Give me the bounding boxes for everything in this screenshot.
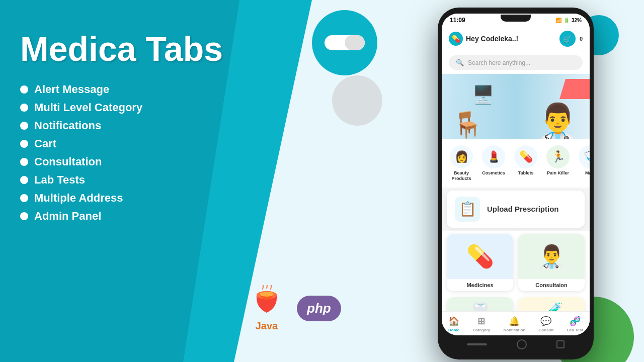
battery-level: 32% (572, 18, 582, 23)
phone-screen: 11:09 📶 🔋 32% 💊 Hey Codeleka..! 🛒 0 (442, 14, 590, 335)
cat-more[interactable]: 🩺 Ma... (576, 145, 590, 182)
service-cards: 💊 Medicines 👨‍⚕️ Consultaion (442, 231, 590, 294)
feature-item: Multiple Address (20, 192, 223, 205)
bullet-icon (20, 158, 28, 166)
categories-section: 👩 Beauty Products 💄 Cosmetics 💊 Tablets … (442, 139, 590, 188)
feature-list: Alert MessageMulti Level CategoryNotific… (20, 83, 223, 223)
nav-category[interactable]: ⊞ Category (473, 316, 491, 332)
upload-icon: 📋 (455, 197, 480, 222)
cart-button[interactable]: 🛒 (559, 31, 576, 47)
phone-outer: 11:09 📶 🔋 32% 💊 Hey Codeleka..! 🛒 0 (438, 8, 594, 359)
nav-lab-test[interactable]: 🧬 Lab Test (567, 316, 583, 332)
cart-icon: 🛒 (563, 35, 572, 43)
feature-item: Lab Tests (20, 173, 223, 187)
page-title: Medica Tabs (20, 30, 223, 68)
upload-text: Upload Prescription (487, 205, 559, 213)
service-consultation[interactable]: 👨‍⚕️ Consultaion (518, 234, 585, 291)
search-bar-section: 🔍 Search here anything... (442, 51, 590, 74)
status-icons: 📶 🔋 32% (555, 18, 582, 23)
bullet-icon (20, 176, 28, 184)
nav-home-indicator (517, 339, 527, 349)
search-input[interactable]: 🔍 Search here anything... (449, 55, 583, 70)
cart-count: 0 (580, 36, 583, 42)
banner-doctor-icon: 👨‍⚕️ (536, 104, 580, 139)
cat-cosmetics[interactable]: 💄 Cosmetics (479, 145, 508, 182)
app-logo-area: 💊 Hey Codeleka..! (449, 32, 518, 46)
bullet-icon (20, 104, 28, 112)
gray-circle-decoration (332, 75, 382, 126)
phone-system-nav (442, 335, 590, 353)
bullet-icon (20, 194, 28, 202)
app-header: 💊 Hey Codeleka..! 🛒 0 (442, 27, 590, 51)
cat-beauty-products[interactable]: 👩 Beauty Products (447, 145, 476, 182)
java-logo: Java (252, 285, 282, 332)
java-label: Java (256, 320, 278, 332)
service-medicines[interactable]: 💊 Medicines (447, 234, 513, 291)
nav-home[interactable]: 🏠 Home (448, 316, 459, 332)
search-placeholder: Search here anything... (468, 59, 530, 66)
feature-item: Multi Level Category (20, 101, 223, 114)
banner: 🪑 👨‍⚕️ 🖥️ (442, 74, 590, 139)
feature-item: Notifications (20, 119, 223, 132)
svg-rect-1 (345, 35, 365, 50)
cat-pain-killer[interactable]: 🏃 Pain Killer (543, 145, 573, 182)
tech-logos-section: Java php (252, 285, 341, 332)
nav-notification[interactable]: 🔔 Notification (503, 316, 525, 332)
left-panel: Medica Tabs Alert MessageMulti Level Cat… (20, 30, 223, 228)
bullet-icon (20, 212, 28, 220)
app-logo-icon: 💊 (449, 32, 463, 46)
bullet-icon (20, 140, 28, 148)
search-icon: 🔍 (456, 59, 464, 66)
consultation-label: Consultaion (518, 279, 585, 291)
status-time: 11:09 (450, 17, 465, 24)
phone-mockup: 11:09 📶 🔋 32% 💊 Hey Codeleka..! 🛒 0 (438, 8, 594, 359)
nav-recents-indicator (556, 340, 565, 348)
banner-chair-icon: 🪑 (452, 110, 483, 139)
app-greeting: Hey Codeleka..! (466, 35, 518, 43)
feature-item: Cart (20, 137, 223, 150)
feature-item: Consultation (20, 155, 223, 168)
pill-decoration (312, 10, 377, 75)
phone-notch (501, 15, 531, 22)
cat-tablets[interactable]: 💊 Tablets (511, 145, 540, 182)
upload-prescription-section[interactable]: 📋 Upload Prescription (447, 191, 585, 228)
nav-consult[interactable]: 💬 Consult (539, 316, 554, 332)
medicines-label: Medicines (447, 279, 513, 291)
php-badge: php (297, 296, 341, 321)
feature-item: Admin Panel (20, 210, 223, 223)
nav-back-indicator (467, 343, 487, 345)
bullet-icon (20, 122, 28, 130)
svg-point-5 (260, 292, 274, 297)
bottom-navigation: 🏠 Home ⊞ Category 🔔 Notification 💬 Consu… (442, 311, 590, 335)
bullet-icon (20, 85, 28, 94)
feature-item: Alert Message (20, 83, 223, 96)
